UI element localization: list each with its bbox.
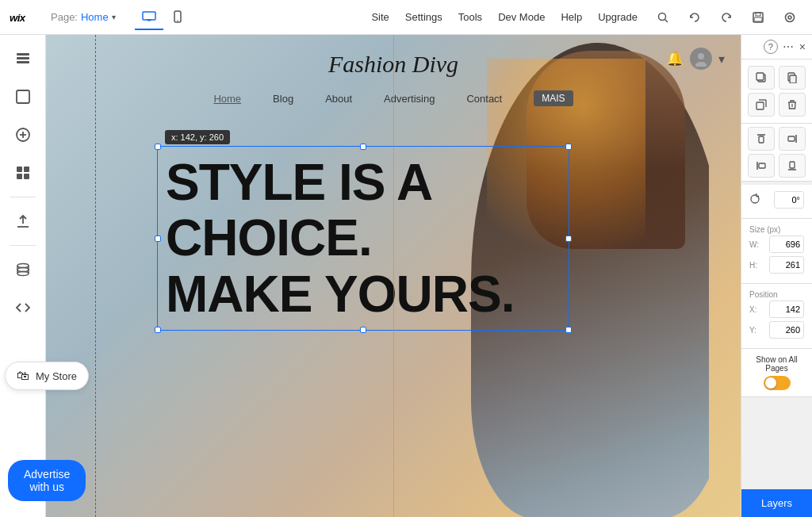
coordinate-tooltip: x: 142, y: 260 bbox=[165, 130, 230, 144]
align-bottom-button[interactable] bbox=[779, 154, 806, 178]
selection-handle-br bbox=[565, 327, 572, 333]
selection-handle-tr bbox=[565, 144, 572, 150]
undo-button[interactable] bbox=[682, 5, 707, 30]
user-avatar[interactable] bbox=[690, 48, 712, 70]
arrow-icon: ▾ bbox=[718, 52, 725, 67]
align-top-button[interactable] bbox=[748, 127, 775, 151]
help-menu-item[interactable]: Help bbox=[561, 11, 582, 23]
hero-text-element[interactable]: STYLE IS ACHOICE.MAKE YOURS. bbox=[157, 146, 569, 331]
svg-point-11 bbox=[786, 13, 795, 21]
nav-mais[interactable]: MAIS bbox=[534, 90, 573, 106]
paste-style-button[interactable] bbox=[779, 66, 806, 90]
upgrade-menu-item[interactable]: Upgrade bbox=[598, 11, 638, 23]
panel-action-icons bbox=[741, 59, 812, 124]
sidebar-upload-button[interactable] bbox=[6, 204, 40, 239]
left-sidebar: 🛍 My Store Advertise with us bbox=[0, 35, 46, 517]
search-button[interactable] bbox=[650, 5, 676, 30]
align-right-button[interactable] bbox=[779, 127, 806, 151]
svg-point-29 bbox=[17, 268, 29, 272]
devmode-menu-item[interactable]: Dev Mode bbox=[498, 11, 545, 23]
page-selector[interactable]: Page: Home ▾ bbox=[51, 11, 116, 23]
svg-rect-35 bbox=[790, 75, 796, 83]
sidebar-code-button[interactable] bbox=[6, 290, 40, 325]
show-all-pages-label: Show on All Pages bbox=[749, 355, 804, 373]
duplicate-button[interactable] bbox=[748, 93, 775, 117]
nav-about[interactable]: About bbox=[325, 93, 352, 105]
x-label: X: bbox=[749, 305, 756, 314]
show-all-pages-toggle[interactable] bbox=[764, 376, 791, 390]
page-name: Home bbox=[81, 11, 109, 23]
settings-menu-item[interactable]: Settings bbox=[405, 11, 442, 23]
nav-advertising[interactable]: Advertising bbox=[384, 93, 435, 105]
device-switcher bbox=[135, 5, 192, 30]
chevron-down-icon: ▾ bbox=[112, 13, 116, 21]
tools-menu-item[interactable]: Tools bbox=[458, 11, 482, 23]
svg-rect-16 bbox=[17, 90, 29, 103]
svg-point-31 bbox=[695, 62, 707, 67]
hero-headline: STYLE IS ACHOICE.MAKE YOURS. bbox=[166, 155, 561, 322]
nav-blog[interactable]: Blog bbox=[273, 93, 293, 105]
layers-button[interactable]: Layers bbox=[741, 489, 812, 517]
svg-rect-10 bbox=[754, 17, 762, 21]
header-icons: 🔔 ▾ bbox=[666, 48, 725, 70]
canvas-area[interactable]: Fashion Divg 🔔 ▾ Home Blog About Adverti… bbox=[46, 35, 741, 517]
top-toolbar: wix Page: Home ▾ Site Settings Tools Dev… bbox=[0, 0, 812, 35]
save-button[interactable] bbox=[745, 5, 771, 30]
selection-handle-ml bbox=[155, 236, 161, 242]
x-input[interactable] bbox=[769, 301, 804, 318]
size-section: Size (px) W: H: bbox=[741, 219, 812, 284]
my-store-icon: 🛍 bbox=[17, 369, 29, 383]
sidebar-database-button[interactable] bbox=[6, 252, 40, 287]
rotate-section bbox=[741, 185, 812, 219]
position-section: Position X: Y: bbox=[741, 284, 812, 349]
height-input[interactable] bbox=[769, 256, 804, 274]
svg-rect-43 bbox=[788, 136, 795, 141]
svg-rect-47 bbox=[790, 162, 795, 168]
sidebar-sections-button[interactable] bbox=[6, 41, 40, 76]
website-preview: Fashion Divg 🔔 ▾ Home Blog About Adverti… bbox=[46, 35, 741, 517]
toolbar-nav: Site Settings Tools Dev Mode Help Upgrad… bbox=[371, 11, 638, 23]
align-left-button[interactable] bbox=[748, 154, 775, 178]
selection-handle-tm bbox=[360, 144, 366, 150]
panel-header: ? ⋯ × bbox=[741, 35, 812, 59]
sidebar-elements-button[interactable] bbox=[6, 79, 40, 114]
svg-rect-1 bbox=[143, 12, 155, 20]
redo-button[interactable] bbox=[714, 5, 739, 30]
nav-contact[interactable]: Contact bbox=[466, 93, 502, 105]
preview-button[interactable] bbox=[777, 5, 802, 30]
close-panel-button[interactable]: × bbox=[799, 40, 806, 53]
selection-handle-mr bbox=[565, 236, 572, 242]
svg-rect-33 bbox=[756, 73, 764, 80]
site-menu-item[interactable]: Site bbox=[371, 11, 389, 23]
selection-handle-bm bbox=[360, 327, 366, 333]
copy-button[interactable] bbox=[748, 66, 775, 90]
toolbar-icons bbox=[650, 5, 802, 30]
dots-menu-button[interactable]: ⋯ bbox=[783, 40, 795, 53]
nav-home[interactable]: Home bbox=[213, 93, 241, 105]
svg-rect-36 bbox=[756, 102, 764, 109]
help-button[interactable]: ? bbox=[764, 40, 778, 54]
mobile-view-button[interactable] bbox=[163, 5, 192, 30]
my-store-button[interactable]: 🛍 My Store bbox=[5, 362, 89, 390]
sidebar-apps-button[interactable] bbox=[6, 155, 40, 190]
position-label: Position bbox=[749, 290, 804, 299]
sidebar-divider-2 bbox=[10, 245, 36, 246]
svg-rect-14 bbox=[17, 57, 29, 59]
page-label: Page: bbox=[51, 11, 78, 23]
width-input[interactable] bbox=[769, 236, 804, 253]
sidebar-add-button[interactable] bbox=[6, 117, 40, 152]
advertise-button[interactable]: Advertise with us bbox=[8, 460, 86, 501]
wix-logo: wix bbox=[10, 10, 38, 25]
notification-bell-icon: 🔔 bbox=[666, 50, 684, 67]
svg-rect-45 bbox=[759, 163, 765, 168]
toggle-knob bbox=[765, 377, 776, 389]
rotation-input[interactable] bbox=[774, 191, 804, 209]
desktop-view-button[interactable] bbox=[135, 5, 163, 30]
svg-rect-13 bbox=[17, 53, 29, 56]
svg-point-6 bbox=[659, 13, 666, 20]
svg-rect-15 bbox=[17, 61, 29, 63]
svg-rect-22 bbox=[17, 174, 22, 179]
right-panel: ? ⋯ × bbox=[741, 35, 812, 517]
delete-button[interactable] bbox=[779, 93, 806, 117]
y-input[interactable] bbox=[769, 321, 804, 339]
